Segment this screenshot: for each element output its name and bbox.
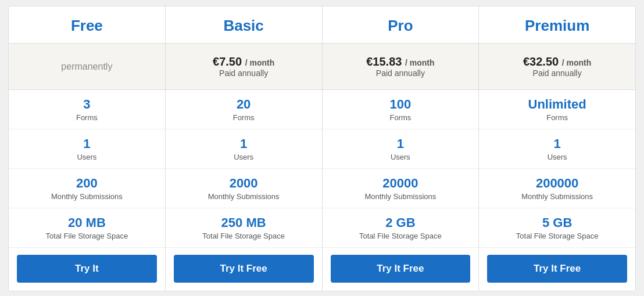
plan-pro-button[interactable]: Try It Free	[331, 255, 471, 283]
plan-pro-price: €15.83 / month Paid annually	[323, 44, 479, 90]
plan-premium-storage-label: Total File Storage Space	[485, 232, 629, 240]
plan-free-permanently: permanently	[15, 62, 159, 72]
plan-pro-submissions-label: Monthly Submissions	[328, 192, 473, 201]
plan-free-features: 3 Forms 1 Users 200 Monthly Submissions …	[9, 90, 165, 248]
plan-basic-submissions-value: 2000	[171, 176, 316, 191]
plan-pro-storage-row: 2 GB Total File Storage Space	[323, 208, 479, 248]
pricing-table: Free permanently 3 Forms 1 Users 200 Mon…	[8, 6, 636, 291]
plan-pro-features: 100 Forms 1 Users 20000 Monthly Submissi…	[323, 90, 479, 248]
plan-premium-header: Premium	[479, 6, 635, 44]
plan-premium-storage-row: 5 GB Total File Storage Space	[479, 208, 635, 248]
plan-basic-storage-label: Total File Storage Space	[171, 232, 316, 240]
plan-free-storage-row: 20 MB Total File Storage Space	[9, 208, 165, 248]
plan-basic: Basic €7.50 / month Paid annually 20 For…	[166, 6, 323, 291]
plan-premium-users-value: 1	[485, 136, 629, 151]
plan-basic-users-row: 1 Users	[166, 129, 322, 169]
plan-basic-users-value: 1	[171, 136, 316, 151]
plan-premium-forms-label: Forms	[485, 113, 629, 122]
plan-premium-forms-value: Unlimited	[485, 97, 629, 112]
plan-basic-users-label: Users	[171, 153, 316, 161]
plan-premium-price-line: €32.50 / month	[485, 55, 629, 68]
plan-free-users-label: Users	[15, 153, 159, 161]
plan-premium-price-amount: €32.50 / month	[523, 55, 591, 68]
plan-premium-price-annually: Paid annually	[485, 68, 629, 78]
plan-basic-name: Basic	[223, 17, 263, 34]
plan-free-forms-row: 3 Forms	[9, 90, 165, 129]
plan-free-forms-value: 3	[15, 97, 159, 112]
plan-premium-storage-value: 5 GB	[485, 215, 629, 230]
plan-basic-price-annually: Paid annually	[171, 68, 316, 78]
plan-free-forms-label: Forms	[15, 113, 159, 122]
plan-premium-users-label: Users	[485, 153, 629, 161]
plan-pro-storage-label: Total File Storage Space	[328, 232, 473, 240]
plan-premium-forms-row: Unlimited Forms	[479, 90, 635, 129]
plan-basic-storage-row: 250 MB Total File Storage Space	[166, 208, 322, 248]
plan-free-submissions-value: 200	[15, 176, 159, 191]
plan-free-price: permanently	[9, 44, 165, 90]
plan-basic-forms-row: 20 Forms	[166, 90, 322, 129]
plan-pro-storage-value: 2 GB	[328, 215, 473, 230]
plan-pro-users-label: Users	[328, 153, 473, 161]
plan-basic-submissions-label: Monthly Submissions	[171, 192, 316, 201]
plan-free-submissions-row: 200 Monthly Submissions	[9, 169, 165, 208]
plan-basic-footer: Try It Free	[166, 248, 322, 291]
plan-free-storage-value: 20 MB	[15, 215, 159, 230]
plan-basic-storage-value: 250 MB	[171, 215, 316, 230]
plan-premium-button[interactable]: Try It Free	[487, 255, 627, 283]
plan-basic-forms-label: Forms	[171, 113, 316, 122]
plan-basic-price: €7.50 / month Paid annually	[166, 44, 322, 90]
plan-basic-forms-value: 20	[171, 97, 316, 112]
plan-basic-button[interactable]: Try It Free	[174, 255, 314, 283]
plan-pro-header: Pro	[323, 6, 479, 44]
plan-pro-users-value: 1	[328, 136, 473, 151]
plan-basic-features: 20 Forms 1 Users 2000 Monthly Submission…	[166, 90, 322, 248]
plan-free: Free permanently 3 Forms 1 Users 200 Mon…	[9, 6, 166, 291]
plan-free-button[interactable]: Try It	[17, 255, 157, 283]
plan-premium-submissions-value: 200000	[485, 176, 629, 191]
plan-free-storage-label: Total File Storage Space	[15, 232, 159, 240]
plan-premium: Premium €32.50 / month Paid annually Unl…	[479, 6, 635, 291]
plan-basic-price-line: €7.50 / month	[171, 55, 316, 68]
plan-pro-forms-row: 100 Forms	[323, 90, 479, 129]
plan-premium-users-row: 1 Users	[479, 129, 635, 169]
plan-free-header: Free	[9, 6, 165, 44]
plan-premium-submissions-label: Monthly Submissions	[485, 192, 629, 201]
plan-pro-price-annually: Paid annually	[328, 68, 473, 78]
plan-pro-forms-value: 100	[328, 97, 473, 112]
plan-pro: Pro €15.83 / month Paid annually 100 For…	[323, 6, 480, 291]
plan-pro-users-row: 1 Users	[323, 129, 479, 169]
plan-free-users-value: 1	[15, 136, 159, 151]
plan-basic-submissions-row: 2000 Monthly Submissions	[166, 169, 322, 208]
plan-basic-price-amount: €7.50 / month	[213, 55, 274, 68]
plan-free-name: Free	[71, 17, 103, 34]
plan-premium-price: €32.50 / month Paid annually	[479, 44, 635, 90]
plan-pro-price-line: €15.83 / month	[328, 55, 473, 68]
plan-basic-header: Basic	[166, 6, 322, 44]
plan-pro-price-amount: €15.83 / month	[366, 55, 434, 68]
plan-pro-forms-label: Forms	[328, 113, 473, 122]
plan-premium-submissions-row: 200000 Monthly Submissions	[479, 169, 635, 208]
plan-pro-submissions-value: 20000	[328, 176, 473, 191]
plan-free-submissions-label: Monthly Submissions	[15, 192, 159, 201]
plan-pro-submissions-row: 20000 Monthly Submissions	[323, 169, 479, 208]
plan-premium-name: Premium	[525, 17, 589, 34]
plan-free-footer: Try It	[9, 248, 165, 291]
plan-pro-footer: Try It Free	[323, 248, 479, 291]
plan-premium-features: Unlimited Forms 1 Users 200000 Monthly S…	[479, 90, 635, 248]
plan-free-users-row: 1 Users	[9, 129, 165, 169]
plan-premium-footer: Try It Free	[479, 248, 635, 291]
plan-pro-name: Pro	[388, 17, 413, 34]
